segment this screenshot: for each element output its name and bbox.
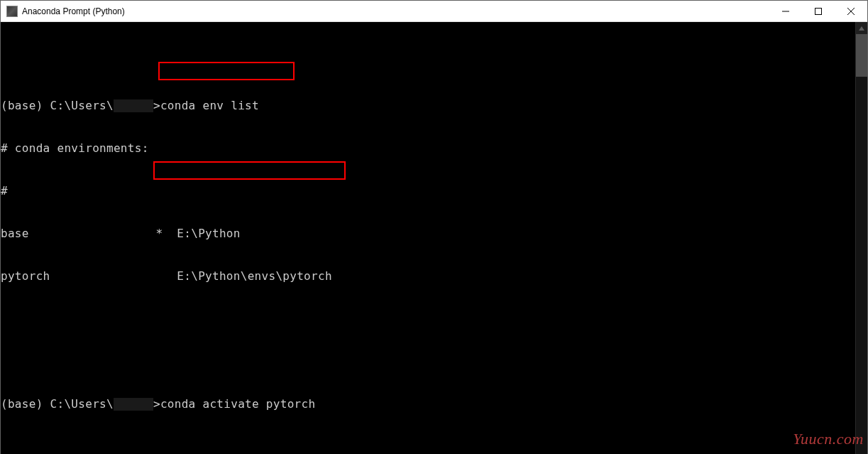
terminal-line <box>1 440 855 454</box>
app-icon <box>6 6 18 17</box>
chevron-up-icon <box>859 26 864 31</box>
scrollbar-up-arrow[interactable] <box>856 22 867 34</box>
env-name: base <box>1 227 29 240</box>
env-name: pytorch <box>1 269 50 283</box>
redacted-username <box>114 398 153 411</box>
minimize-icon <box>782 8 789 15</box>
prompt-prefix: (base) C:\Users\ <box>1 397 114 411</box>
command-text: conda activate pytorch <box>160 397 316 411</box>
close-button[interactable] <box>835 1 867 21</box>
prompt-gt: > <box>153 397 160 411</box>
output-text: # conda environments: <box>1 141 149 155</box>
terminal-line <box>1 355 855 369</box>
window-title: Anaconda Prompt (Python) <box>22 6 769 16</box>
scrollbar-track[interactable] <box>856 34 867 454</box>
output-text: # <box>1 184 8 198</box>
prompt-gt: > <box>153 99 160 112</box>
svg-rect-1 <box>815 8 822 14</box>
close-icon <box>847 8 855 15</box>
terminal-area: (base) C:\Users\>conda env list # conda … <box>1 22 867 454</box>
terminal-content[interactable]: (base) C:\Users\>conda env list # conda … <box>1 22 855 454</box>
terminal-line <box>1 312 855 326</box>
env-path: * E:\Python <box>156 227 241 240</box>
terminal-line: # <box>1 184 855 198</box>
maximize-button[interactable] <box>802 1 835 21</box>
terminal-line: # conda environments: <box>1 141 855 156</box>
vertical-scrollbar[interactable] <box>855 22 867 454</box>
redacted-username <box>114 99 153 112</box>
window-controls <box>769 1 867 21</box>
terminal-line: (base) C:\Users\>conda activate pytorch <box>1 397 855 411</box>
maximize-icon <box>815 8 822 15</box>
command-text: conda env list <box>160 99 259 112</box>
terminal-line: pytorch E:\Python\envs\pytorch <box>1 269 855 283</box>
prompt-prefix: (base) C:\Users\ <box>1 99 114 112</box>
env-path: E:\Python\envs\pytorch <box>177 269 332 283</box>
terminal-line: base * E:\Python <box>1 227 855 241</box>
terminal-line: (base) C:\Users\>conda env list <box>1 99 855 113</box>
spacer <box>29 227 156 240</box>
spacer <box>50 269 177 283</box>
scrollbar-thumb[interactable] <box>856 34 867 77</box>
minimize-button[interactable] <box>769 1 802 21</box>
anaconda-prompt-window: Anaconda Prompt (Python) (base) C:\Users… <box>0 0 868 454</box>
titlebar[interactable]: Anaconda Prompt (Python) <box>1 1 867 22</box>
highlight-box-2 <box>153 161 346 180</box>
